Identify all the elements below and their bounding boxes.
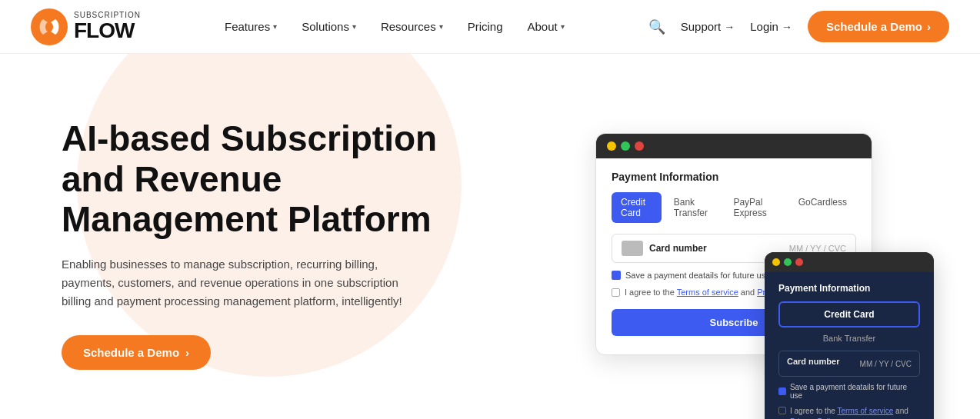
nav-about[interactable]: About ▾ (528, 20, 565, 33)
chrome-dot-yellow (607, 141, 616, 151)
login-link[interactable]: Login → (750, 20, 792, 33)
payment-tabs: Credit Card Bank Transfer PayPal Express… (612, 192, 856, 223)
chrome-dot-yellow-back (772, 258, 780, 266)
chevron-down-icon: ▾ (352, 22, 356, 31)
chrome-dot-red-back (795, 258, 803, 266)
payment-card-back: Payment Information Credit Card Bank Tra… (765, 252, 934, 419)
terms-checkbox[interactable] (612, 288, 620, 297)
window-chrome-back (765, 252, 934, 272)
chrome-dot-red (635, 141, 644, 151)
chevron-down-icon: ▾ (561, 22, 565, 31)
svg-point-0 (31, 8, 68, 45)
tab-paypal[interactable]: PayPal Express (724, 192, 785, 223)
arrow-icon: › (927, 20, 931, 33)
logo[interactable]: SUBSCRIPTION FLOW (31, 8, 141, 45)
back-card-number-row: Card number MM / YY / CVC (778, 351, 920, 377)
back-terms-label: I agree to the Terms of service and Priv… (790, 406, 920, 419)
back-terms-link[interactable]: Terms of service (838, 407, 894, 415)
nav-actions: 🔍 Support → Login → Schedule a Demo › (648, 11, 949, 42)
schedule-demo-button-nav[interactable]: Schedule a Demo › (808, 11, 949, 42)
chevron-down-icon: ▾ (273, 22, 277, 31)
back-payment-title: Payment Information (778, 283, 920, 294)
save-payment-label: Save a payment deatails for future use (625, 271, 770, 280)
nav-resources[interactable]: Resources ▾ (381, 20, 443, 33)
hero-title: AI-based Subscription and Revenue Manage… (62, 118, 462, 241)
nav-pricing[interactable]: Pricing (468, 20, 503, 33)
schedule-demo-button-hero[interactable]: Schedule a Demo › (62, 335, 211, 370)
save-checkbox[interactable] (612, 271, 621, 280)
payment-info-title: Payment Information (612, 171, 856, 183)
card-number-label: Card number (649, 243, 707, 254)
hero-section: AI-based Subscription and Revenue Manage… (0, 54, 980, 419)
tab-bank-transfer[interactable]: Bank Transfer (665, 192, 722, 223)
arrow-icon: › (185, 346, 189, 359)
back-bank-transfer-link[interactable]: Bank Transfer (778, 334, 920, 343)
chrome-dot-green-back (784, 258, 792, 266)
back-terms-row: I agree to the Terms of service and Priv… (778, 406, 920, 419)
chevron-down-icon: ▾ (439, 22, 443, 31)
logo-subscription: SUBSCRIPTION (74, 11, 141, 19)
nav-features[interactable]: Features ▾ (225, 20, 277, 33)
back-card-date-hint: MM / YY / CVC (860, 360, 912, 368)
hero-description: Enabling businesses to manage subscripti… (62, 255, 415, 311)
logo-text: SUBSCRIPTION FLOW (74, 11, 141, 43)
back-credit-card-button[interactable]: Credit Card (778, 301, 920, 328)
navbar: SUBSCRIPTION FLOW Features ▾ Solutions ▾… (0, 0, 980, 54)
back-card-label: Card number (787, 357, 839, 366)
card-number-left: Card number (622, 241, 707, 256)
logo-icon (31, 8, 68, 45)
back-save-label: Save a payment deatails for future use (790, 383, 920, 400)
nav-solutions[interactable]: Solutions ▾ (302, 20, 356, 33)
arrow-icon: → (782, 21, 792, 33)
search-icon[interactable]: 🔍 (648, 18, 665, 35)
back-save-checkbox[interactable] (778, 387, 786, 395)
tab-credit-card[interactable]: Credit Card (612, 192, 662, 223)
hero-content: AI-based Subscription and Revenue Manage… (62, 118, 462, 371)
chrome-dot-green (621, 141, 630, 151)
logo-flow: FLOW (74, 19, 141, 43)
arrow-icon: → (724, 21, 735, 33)
nav-links: Features ▾ Solutions ▾ Resources ▾ Prici… (225, 20, 565, 33)
tab-gocardless[interactable]: GoCardless (789, 192, 856, 223)
hero-visual: Payment Information Credit Card Bank Tra… (595, 133, 918, 355)
window-chrome-front (596, 134, 872, 158)
back-terms-checkbox[interactable] (778, 407, 786, 414)
support-link[interactable]: Support → (681, 20, 735, 33)
back-save-row: Save a payment deatails for future use (778, 383, 920, 400)
terms-link[interactable]: Terms of service (677, 288, 738, 297)
card-chip-icon (622, 241, 643, 256)
